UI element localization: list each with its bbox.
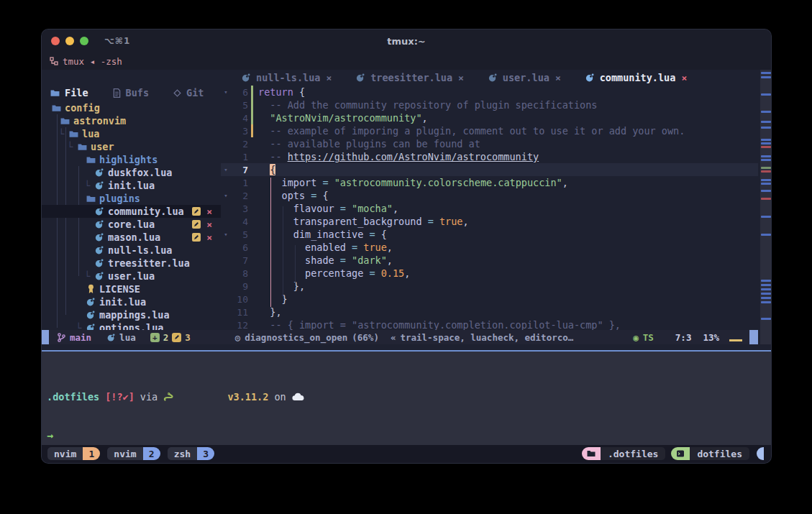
scrollbar-mark	[761, 183, 771, 185]
tree-close-icon[interactable]: ×	[206, 207, 212, 216]
code-line[interactable]: 3 -- example of imporing a plugin, comme…	[221, 124, 758, 137]
buffer-tab-user-lua[interactable]: user.lua×	[476, 72, 573, 83]
fold-icon[interactable]: ▾	[221, 231, 231, 238]
prompt-arrow[interactable]: →	[47, 429, 771, 442]
buffer-close-icon[interactable]: ×	[326, 73, 332, 83]
code-text: shade = "dark",	[255, 254, 393, 266]
fold-icon[interactable]: ▾	[221, 192, 231, 199]
code-line[interactable]: 4 "AstroNvim/astrocommunity",	[221, 111, 758, 124]
tree-item-duskfox-lua[interactable]: duskfox.lua	[42, 166, 221, 179]
buffer-tab-community-lua[interactable]: community.lua×	[573, 72, 700, 83]
buffer-close-icon[interactable]: ×	[458, 73, 464, 83]
tree-item-plugins[interactable]: plugins	[42, 192, 221, 205]
tmux-window-nvim-1[interactable]: nvim1	[47, 447, 100, 460]
code-line[interactable]: 8 percentage = 0.15,	[221, 267, 758, 280]
code-line[interactable]: 10 }	[221, 293, 758, 306]
code-line[interactable]: 3 flavour = "mocha",	[221, 202, 758, 215]
tree-item-astronvim[interactable]: astronvim	[42, 114, 221, 127]
code-line[interactable]: 1 -- https://github.com/AstroNvim/astroc…	[221, 150, 758, 163]
buffer-tab-null-ls-lua[interactable]: null-ls.lua×	[229, 72, 344, 83]
tree-item-label: core.lua	[108, 219, 155, 230]
tree-close-icon[interactable]: ×	[206, 233, 212, 242]
tree-item-config[interactable]: config	[42, 101, 221, 114]
filetype-label: lua	[119, 332, 136, 343]
tree-item-highlights[interactable]: highlights	[42, 153, 221, 166]
tree-close-icon[interactable]: ×	[206, 220, 212, 229]
lua-file-icon	[93, 168, 105, 177]
tmux-window-zsh-3[interactable]: zsh3	[168, 447, 214, 460]
scrollbar-mark	[761, 179, 771, 181]
tree-item-mason-lua[interactable]: mason.lua×	[42, 231, 221, 244]
tree-item-options-lua[interactable]: └options.lua	[42, 321, 221, 330]
line-number: 4	[231, 216, 248, 227]
scrollbar-track[interactable]	[760, 70, 772, 344]
tmux-right-status: .dotfilesdotfiles	[582, 447, 764, 460]
git-sign	[248, 202, 255, 215]
tree-item-core-lua[interactable]: core.lua×	[42, 218, 221, 231]
explorer-tab-git[interactable]: Git	[173, 87, 204, 98]
tree-item-init-lua[interactable]: └init.lua	[42, 179, 221, 192]
tree-item-community-lua[interactable]: community.lua×	[42, 205, 221, 218]
line-number: 1	[231, 178, 248, 188]
tree-item-label: lua	[82, 128, 99, 139]
code-line[interactable]: 4 transparent_background = true,	[221, 215, 758, 228]
code-editor[interactable]: ▾6return {5 -- Add the community reposit…	[221, 86, 758, 330]
code-line[interactable]: 6 enabled = true,	[221, 241, 758, 254]
line-number: 11	[231, 307, 248, 318]
code-line[interactable]: ▾2 opts = {	[221, 189, 758, 202]
tree-item-null-ls-lua[interactable]: null-ls.lua	[42, 244, 221, 257]
code-line[interactable]: ▾6return {	[221, 86, 758, 98]
scrollbar-mark	[761, 93, 771, 96]
tmux-window-nvim-2[interactable]: nvim2	[107, 447, 160, 460]
buffer-close-icon[interactable]: ×	[681, 73, 687, 83]
scrollbar-column[interactable]	[758, 70, 772, 344]
code-line[interactable]: ▾7 {	[221, 163, 758, 176]
tmux-session-line: tmux ◂ -zsh	[42, 52, 771, 70]
minimize-window-button[interactable]	[65, 37, 74, 45]
code-text: opts = {	[255, 190, 329, 201]
tmux-window-index: 3	[197, 447, 214, 460]
prompt-directory: .dotfiles	[47, 391, 99, 403]
tree-item-user[interactable]: └user	[42, 140, 221, 153]
explorer-tab-file[interactable]: File	[50, 87, 88, 98]
tmux-window-name: nvim	[47, 447, 83, 460]
git-sign	[248, 318, 255, 330]
code-line[interactable]: 2 -- available plugins can be found at	[221, 137, 758, 150]
code-line[interactable]: 5 -- Add the community repository of plu…	[221, 98, 758, 111]
buffer-close-icon[interactable]: ×	[555, 73, 561, 83]
code-line[interactable]: 12 -- { import = "astrocommunity.complet…	[221, 318, 758, 330]
explorer-tab-bufs[interactable]: Bufs	[113, 87, 150, 98]
code-text: },	[255, 306, 282, 318]
code-line[interactable]: 1 import = "astrocommunity.colorscheme.c…	[221, 176, 758, 189]
buffer-tab-treesitter-lua[interactable]: treesitter.lua×	[344, 72, 476, 83]
lua-file-icon	[93, 246, 105, 254]
line-number: 1	[231, 152, 248, 162]
tree-item-user-lua[interactable]: └user.lua	[42, 270, 221, 283]
git-sign	[248, 254, 255, 267]
tree-item-init-lua[interactable]: init.lua	[42, 295, 221, 308]
tree-item-lua[interactable]: └lua	[42, 127, 221, 140]
mode-indicator	[42, 330, 49, 344]
tree-item-treesitter-lua[interactable]: treesitter.lua	[42, 257, 221, 270]
tree-item-LICENSE[interactable]: LICENSE	[42, 283, 221, 295]
lua-file-icon	[93, 259, 105, 267]
code-line[interactable]: 7 shade = "dark",	[221, 254, 758, 267]
lua-file-icon	[93, 220, 105, 229]
shell-pane[interactable]: .dotfiles [!?✔] via v3.11.2 on →	[42, 352, 771, 445]
modified-pencil-icon	[192, 233, 201, 242]
code-line[interactable]: ▾5 dim_inactive = {	[221, 228, 758, 241]
explorer-tab-label: File	[65, 87, 88, 98]
folder-icon	[50, 89, 60, 97]
line-number: 2	[231, 139, 248, 150]
line-number: 7	[231, 255, 248, 266]
fold-icon[interactable]: ▾	[221, 88, 231, 96]
folder-icon	[50, 104, 62, 112]
tree-item-mappings-lua[interactable]: mappings.lua	[42, 308, 221, 321]
zoom-window-button[interactable]	[80, 37, 88, 45]
code-line[interactable]: 9 },	[221, 280, 758, 293]
close-window-button[interactable]	[51, 37, 60, 45]
python-version: v3.11.2	[227, 391, 268, 403]
code-line[interactable]: 11 },	[221, 306, 758, 318]
fold-icon[interactable]: ▾	[221, 166, 231, 173]
line-number: 3	[231, 126, 248, 137]
